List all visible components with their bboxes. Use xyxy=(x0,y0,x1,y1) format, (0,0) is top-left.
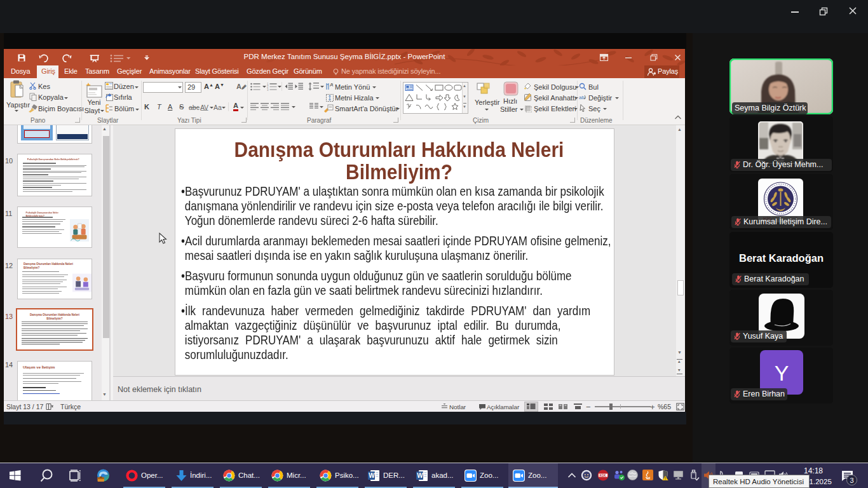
svg-text:KGK: KGK xyxy=(600,474,607,477)
svg-text:ab: ab xyxy=(579,95,585,100)
svg-text:W: W xyxy=(369,472,375,479)
svg-text:W: W xyxy=(417,472,423,479)
svg-text:A: A xyxy=(330,82,334,88)
svg-text:3: 3 xyxy=(267,88,269,92)
